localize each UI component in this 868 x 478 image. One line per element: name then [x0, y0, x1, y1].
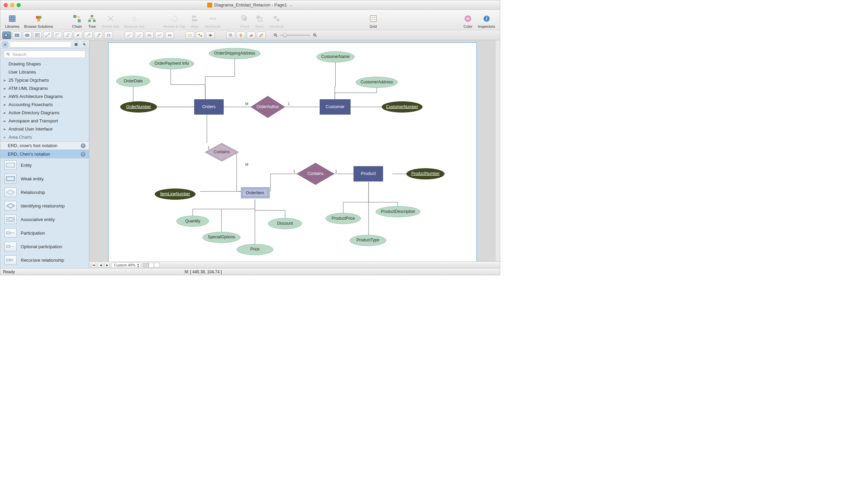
connector-tool-6[interactable]	[94, 32, 103, 39]
nav-prev-page[interactable]: ◀	[98, 263, 103, 267]
zoom-slider-track[interactable]	[280, 35, 310, 36]
lib-android[interactable]: ▸Android User Interface	[0, 125, 89, 133]
svg-rect-24	[258, 17, 262, 21]
sidebar-grid-view-button[interactable]: ▦	[73, 41, 79, 47]
chain-button[interactable]: Chain	[70, 14, 84, 28]
attr-customername[interactable]: CustomerName	[317, 52, 355, 62]
attr-productdescription[interactable]: ProductDescription	[376, 206, 420, 217]
close-stencil-icon[interactable]: ×	[81, 143, 86, 148]
line-tool-5[interactable]	[165, 32, 174, 39]
key-productnumber[interactable]: ProductNumber	[407, 168, 445, 179]
connector-tool-3[interactable]	[63, 32, 72, 39]
rel-contains-orders[interactable]: Contains	[205, 143, 239, 161]
inspectors-button[interactable]: i Inspectors	[476, 14, 497, 28]
shape-participation[interactable]: Participation	[0, 226, 89, 240]
attr-quantity[interactable]: Quantity	[176, 216, 209, 226]
eraser-tool[interactable]	[247, 32, 256, 39]
lib-drawing-shapes[interactable]: Drawing Shapes	[0, 60, 89, 68]
lib-active-directory[interactable]: ▸Active Directory Diagrams	[0, 109, 89, 117]
key-itemlinenumber[interactable]: ItemLineNumber	[155, 189, 195, 200]
hand-tool[interactable]	[237, 32, 245, 39]
key-customernumber[interactable]: CustomerNumber	[382, 101, 422, 112]
vertical-scrollbar[interactable]	[495, 40, 500, 261]
ellipse-tool[interactable]	[23, 32, 32, 39]
lib-atm-uml[interactable]: ▸ATM UML Diagrams	[0, 84, 89, 93]
shape-identifying-relationship[interactable]: Identifying relationship	[0, 199, 89, 213]
zoom-select[interactable]: Custom 49% ▲▼	[112, 262, 141, 268]
entity-orders[interactable]: Orders	[194, 99, 224, 114]
zoom-in-tool[interactable]	[226, 32, 235, 39]
svg-text:OrderDate: OrderDate	[124, 79, 143, 83]
attr-ordershippingaddress[interactable]: OrderShippingAddress	[209, 48, 261, 59]
library-search[interactable]: 🔍︎ Search	[4, 51, 86, 58]
snap-tool-2[interactable]	[196, 32, 205, 39]
tree-icon	[88, 15, 96, 23]
snap-tool-1[interactable]	[186, 32, 194, 39]
pointer-tool[interactable]	[2, 32, 11, 39]
line5-icon	[167, 33, 172, 37]
connector-tool-1[interactable]	[43, 32, 52, 39]
line-tool-2[interactable]	[135, 32, 144, 39]
shape-recursive-relationship[interactable]: Recursive relationship	[0, 253, 89, 267]
libraries-button[interactable]: Libraries	[3, 14, 21, 28]
connector-tool-7[interactable]	[104, 32, 113, 39]
entity-product[interactable]: Product	[354, 166, 383, 181]
attr-discount[interactable]: Discount	[268, 218, 302, 229]
lib-accounting[interactable]: ▸Accounting Flowcharts	[0, 101, 89, 109]
attr-price[interactable]: Price	[237, 244, 273, 255]
lib-orgcharts[interactable]: ▸25 Typical Orgcharts	[0, 76, 89, 84]
stencil-chen[interactable]: ERD, Chen's notation ×	[0, 150, 89, 158]
attr-orderpaymentinfo[interactable]: OrderPayment Info	[149, 58, 194, 69]
line-tool-3[interactable]	[145, 32, 154, 39]
lib-area-charts[interactable]: ▸Area Charts	[0, 133, 89, 141]
rect-tool[interactable]	[13, 32, 21, 39]
attr-productprice[interactable]: ProductPrice	[326, 213, 361, 224]
nav-first-page[interactable]: ⏮	[91, 263, 96, 267]
lib-user-libraries[interactable]: User Libraries	[0, 68, 89, 76]
sidebar-search-button[interactable]: 🔍︎	[81, 41, 88, 47]
connector-tool-2[interactable]	[53, 32, 62, 39]
title-dropdown-icon[interactable]: ⌄	[289, 2, 293, 7]
attr-producttype[interactable]: ProductType	[350, 235, 386, 246]
entity-orderitem[interactable]: OrderItem	[241, 187, 269, 198]
sidebar-filter-input[interactable]	[10, 41, 71, 47]
browse-solutions-button[interactable]: Browse Solutions	[22, 14, 55, 28]
rel-contains-product[interactable]: Contains	[297, 163, 334, 185]
svg-rect-45	[108, 34, 110, 36]
sidebar-list-view-button[interactable]: ≡	[2, 41, 8, 47]
shape-associative-entity[interactable]: Associative entity	[0, 213, 89, 226]
zoom-out-icon[interactable]: 🔍︎	[273, 33, 278, 38]
nav-next-page[interactable]: ▶	[105, 263, 110, 267]
lib-aerospace[interactable]: ▸Aerospace and Transport	[0, 117, 89, 125]
svg-text:SpecialOptions: SpecialOptions	[208, 235, 235, 239]
color-button[interactable]: Color	[461, 14, 475, 28]
line-tool-4[interactable]	[155, 32, 164, 39]
shape-entity[interactable]: Entity	[0, 158, 89, 172]
close-stencil-icon[interactable]: ×	[81, 152, 86, 157]
statusbar: Ready M: [ 445.38, 104.74 ]	[0, 268, 500, 275]
snap-tool-3[interactable]	[206, 32, 215, 39]
entity-customer[interactable]: Customer	[320, 99, 351, 114]
attr-customeraddress[interactable]: CustomerAddress	[356, 77, 398, 88]
lib-aws[interactable]: ▸AWS Architecture Diagrams	[0, 93, 89, 101]
text-tool[interactable]	[33, 32, 42, 39]
attr-orderdate[interactable]: OrderDate	[116, 76, 150, 87]
line-tool-1[interactable]	[125, 32, 133, 39]
shape-relationship[interactable]: Relationship	[0, 185, 89, 199]
rel-orderauthor[interactable]: OrderAuthor	[251, 96, 285, 118]
shape-optional-participation[interactable]: Optional participation	[0, 240, 89, 253]
page-tabs[interactable]	[143, 263, 159, 267]
shape-weak-entity[interactable]: Weak entity	[0, 172, 89, 185]
pencil-tool[interactable]	[257, 32, 266, 39]
key-ordernumber[interactable]: OrderNumber	[120, 101, 157, 112]
zoom-slider-knob[interactable]	[283, 33, 287, 37]
connector-tool-5[interactable]	[84, 32, 93, 39]
tree-button[interactable]: Tree	[85, 14, 99, 28]
attr-specialoptions[interactable]: SpecialOptions	[203, 232, 241, 243]
connector-tool-4[interactable]	[74, 32, 82, 39]
shape-attribute[interactable]: Attribute	[0, 267, 89, 268]
grid-button[interactable]: Grid	[366, 14, 380, 28]
stencil-crowsfoot[interactable]: ERD, crow's foot notation ×	[0, 141, 89, 150]
zoom-in-icon[interactable]: 🔍︎	[313, 33, 317, 38]
canvas-scroll[interactable]: M 1 1 M	[89, 40, 500, 261]
